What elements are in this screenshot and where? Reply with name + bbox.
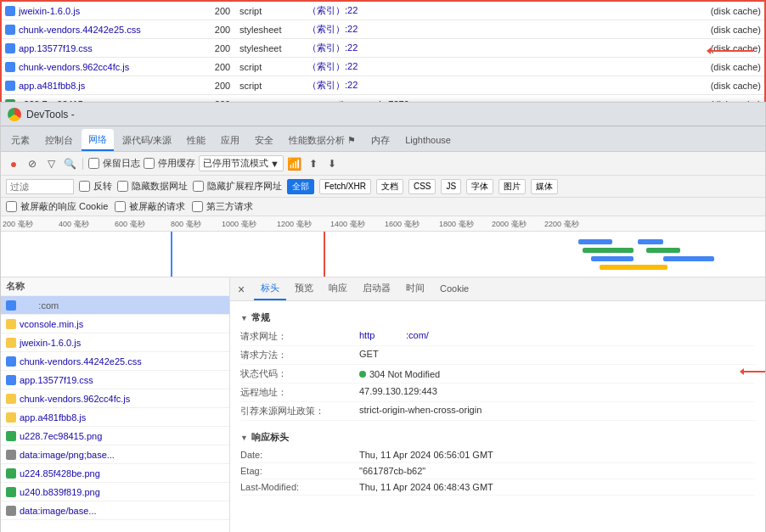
download-icon[interactable]: ⬇: [324, 156, 340, 171]
date-row: Date: Thu, 11 Apr 2024 06:56:01 GMT: [240, 447, 755, 463]
type-font-btn[interactable]: 字体: [466, 179, 493, 194]
css-icon: [6, 356, 16, 367]
filter-btn[interactable]: ▽: [43, 156, 59, 171]
last-modified-label: Last-Modified:: [240, 482, 359, 492]
filter-input[interactable]: [6, 179, 74, 194]
type-doc-btn[interactable]: 文档: [376, 179, 403, 194]
type-js-btn[interactable]: JS: [441, 179, 461, 194]
tab-lighthouse[interactable]: Lighthouse: [398, 129, 458, 151]
timeline-bars: [1, 232, 765, 277]
list-item[interactable]: u224.85f428be.png: [1, 464, 229, 483]
type-fetch-xhr-btn[interactable]: Fetch/XHR: [319, 179, 371, 194]
referrer-policy-row: 引荐来源网址政策： strict-origin-when-cross-origi…: [240, 402, 755, 421]
tab-application[interactable]: 应用: [214, 129, 246, 151]
tab-elements[interactable]: 元素: [4, 129, 37, 151]
date-label: Date:: [240, 450, 359, 460]
list-item[interactable]: jweixin-1.6.0.js: [1, 333, 229, 352]
third-party-checkbox[interactable]: [192, 201, 203, 212]
response-headers-section-title[interactable]: 响应标头: [240, 428, 755, 447]
upload-icon[interactable]: ⬆: [306, 156, 321, 171]
detail-close-btn[interactable]: ×: [234, 282, 249, 297]
etag-value: "661787cb-b62": [359, 466, 755, 476]
file-name: chunk-vendors.962cc4fc.js: [19, 62, 206, 72]
third-party-label[interactable]: 第三方请求: [192, 200, 253, 213]
type-all-btn[interactable]: 全部: [287, 179, 314, 194]
tab-memory[interactable]: 内存: [364, 129, 397, 151]
request-url-row: 请求网址： http :com/: [240, 328, 755, 346]
table-row[interactable]: app.a481fbb8.js 200 script （索引）:22 (disk…: [2, 76, 764, 95]
detail-tab-initiator[interactable]: 启动器: [356, 278, 397, 300]
hide-data-url-label[interactable]: 隐藏数据网址: [117, 180, 188, 193]
status-dot: [359, 371, 366, 378]
file-name: chunk-vendors.44242e25.css: [19, 25, 206, 35]
filter-bar: 反转 隐藏数据网址 隐藏扩展程序网址 全部 Fetch/XHR 文档 CSS J…: [1, 176, 765, 198]
svg-marker-3: [740, 368, 744, 375]
blocked-response-cookie-label[interactable]: 被屏蔽的响应 Cookie: [6, 200, 108, 213]
list-item[interactable]: u240.b839f819.png: [1, 483, 229, 501]
throttle-dropdown[interactable]: 已停用节流模式 ▼: [199, 155, 284, 171]
timeline-ruler: 200 毫秒 400 毫秒 600 毫秒 800 毫秒 1000 毫秒 1200…: [1, 216, 765, 232]
table-row[interactable]: jweixin-1.6.0.js 200 script （索引）:22 (dis…: [2, 2, 764, 20]
type-media-btn[interactable]: 媒体: [531, 179, 558, 194]
list-item[interactable]: u228.7ec98415.png: [1, 427, 229, 445]
preserve-log-checkbox[interactable]: [88, 158, 99, 169]
list-item[interactable]: chunk-vendors.44242e25.css: [1, 352, 229, 371]
list-item[interactable]: app.13577f19.css: [1, 371, 229, 389]
etag-label: Etag:: [240, 466, 359, 476]
tab-performance[interactable]: 性能: [180, 129, 212, 151]
list-item[interactable]: app.a481fbb8.js: [1, 408, 229, 427]
detail-tab-response[interactable]: 响应: [322, 278, 354, 300]
general-section-title[interactable]: 常规: [240, 308, 755, 328]
devtools-tab-bar: 元素 控制台 网络 源代码/来源 性能 应用 安全 性能数据分析 ⚑ 内存 Li…: [1, 126, 765, 152]
preserve-log-label[interactable]: 保留日志: [88, 157, 140, 170]
blocked-request-checkbox[interactable]: [115, 201, 126, 212]
blocked-request-label[interactable]: 被屏蔽的请求: [115, 200, 185, 213]
hide-data-url-checkbox[interactable]: [117, 181, 128, 192]
type-css-btn[interactable]: CSS: [408, 179, 437, 194]
js-icon: [6, 394, 16, 404]
tab-sources[interactable]: 源代码/来源: [115, 129, 178, 151]
disable-cache-label[interactable]: 停用缓存: [144, 157, 195, 170]
request-method-value: GET: [359, 349, 755, 361]
list-item[interactable]: data:image/base...: [1, 501, 229, 520]
png-icon: [6, 487, 16, 497]
hide-extension-checkbox[interactable]: [193, 181, 204, 192]
remote-address-row: 远程地址： 47.99.130.129:443: [240, 384, 755, 402]
tab-network[interactable]: 网络: [82, 129, 114, 151]
blocked-response-cookie-checkbox[interactable]: [6, 201, 17, 212]
tab-console[interactable]: 控制台: [38, 129, 80, 151]
list-item[interactable]: :com: [1, 296, 229, 315]
list-item[interactable]: chunk-vendors.962cc4fc.js: [1, 389, 229, 408]
js-icon: [6, 412, 16, 423]
disable-cache-checkbox[interactable]: [144, 158, 155, 169]
detail-tab-timing[interactable]: 时间: [399, 278, 431, 300]
png-icon: [6, 468, 16, 479]
network-toolbar: ● ⊘ ▽ 🔍 保留日志 停用缓存 已停用节流模式 ▼ 📶 ⬆ ⬇: [1, 152, 765, 176]
list-item[interactable]: data:image/png;base...: [1, 445, 229, 464]
remote-address-label: 远程地址：: [240, 386, 359, 399]
table-row[interactable]: chunk-vendors.44242e25.css 200 styleshee…: [2, 20, 764, 39]
invert-label[interactable]: 反转: [79, 180, 112, 193]
devtools-window: DevTools - 元素 控制台 网络 源代码/来源 性能 应用 安全 性能数…: [0, 102, 766, 532]
devtools-titlebar: DevTools -: [1, 103, 765, 126]
detail-tab-preview[interactable]: 预览: [288, 278, 320, 300]
search-btn[interactable]: 🔍: [62, 156, 77, 171]
detail-tab-headers[interactable]: 标头: [254, 278, 286, 300]
last-modified-value: Thu, 11 Apr 2024 06:48:43 GMT: [359, 482, 755, 492]
tab-perf-insights[interactable]: 性能数据分析 ⚑: [282, 129, 363, 151]
hide-extension-label[interactable]: 隐藏扩展程序网址: [193, 180, 282, 193]
table-row[interactable]: app.13577f19.css 200 stylesheet （索引）:22 …: [2, 39, 764, 58]
table-row[interactable]: chunk-vendors.962cc4fc.js 200 script （索引…: [2, 58, 764, 76]
tab-security[interactable]: 安全: [248, 129, 280, 151]
separator: [82, 158, 83, 170]
etag-row: Etag: "661787cb-b62": [240, 463, 755, 479]
timeline-area: 200 毫秒 400 毫秒 600 毫秒 800 毫秒 1000 毫秒 1200…: [1, 216, 765, 277]
stop-btn[interactable]: ⊘: [25, 156, 40, 171]
detail-tab-cookie[interactable]: Cookie: [433, 278, 476, 300]
list-item[interactable]: vconsole.min.js: [1, 315, 229, 333]
type-img-btn[interactable]: 图片: [498, 179, 526, 194]
main-content: 名称 :com vconsole.min.js jweixin-1.6.0.js…: [1, 277, 765, 532]
record-btn[interactable]: ●: [6, 156, 21, 171]
invert-checkbox[interactable]: [79, 181, 90, 192]
svg-marker-1: [707, 48, 711, 54]
